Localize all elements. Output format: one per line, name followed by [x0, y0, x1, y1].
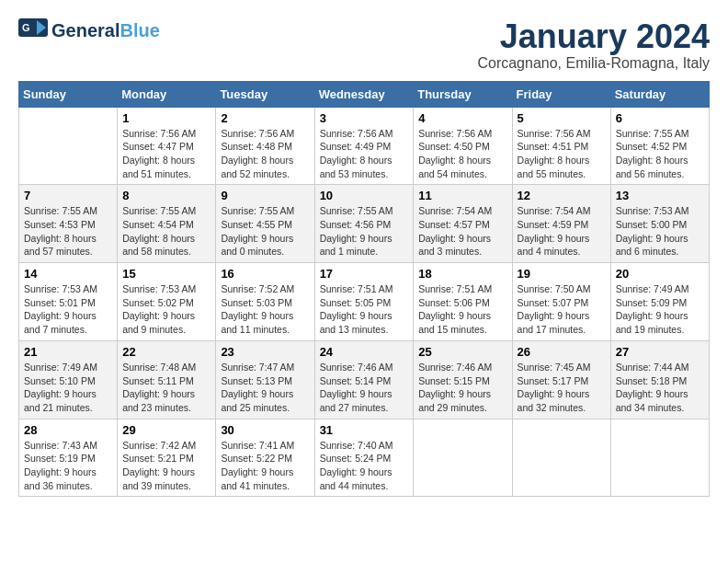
svg-text:G: G: [22, 22, 30, 33]
calendar-header: Sunday Monday Tuesday Wednesday Thursday…: [19, 81, 710, 107]
day-number: 7: [24, 189, 112, 202]
day-number: 31: [320, 423, 409, 437]
day-number: 23: [221, 345, 309, 359]
day-number: 13: [616, 189, 704, 202]
calendar-cell: [19, 107, 118, 185]
header-row: Sunday Monday Tuesday Wednesday Thursday…: [19, 81, 710, 107]
calendar-cell: [610, 419, 709, 497]
day-info: Sunrise: 7:56 AMSunset: 4:49 PMDaylight:…: [320, 127, 409, 181]
calendar-cell: 29 Sunrise: 7:42 AMSunset: 5:21 PMDaylig…: [118, 419, 216, 497]
calendar-cell: 2 Sunrise: 7:56 AMSunset: 4:48 PMDayligh…: [216, 107, 314, 185]
day-info: Sunrise: 7:46 AMSunset: 5:15 PMDaylight:…: [418, 361, 506, 415]
calendar-cell: 20 Sunrise: 7:49 AMSunset: 5:09 PMDaylig…: [610, 263, 709, 341]
calendar-cell: 1 Sunrise: 7:56 AMSunset: 4:47 PMDayligh…: [118, 107, 216, 185]
day-number: 21: [24, 345, 112, 359]
day-info: Sunrise: 7:56 AMSunset: 4:48 PMDaylight:…: [221, 127, 309, 181]
logo-icon: G: [18, 18, 48, 42]
day-info: Sunrise: 7:43 AMSunset: 5:19 PMDaylight:…: [24, 439, 112, 493]
day-info: Sunrise: 7:55 AMSunset: 4:53 PMDaylight:…: [24, 204, 112, 259]
day-number: 30: [221, 423, 309, 437]
day-info: Sunrise: 7:56 AMSunset: 4:47 PMDaylight:…: [122, 127, 210, 181]
calendar-cell: 22 Sunrise: 7:48 AMSunset: 5:11 PMDaylig…: [118, 340, 216, 419]
day-info: Sunrise: 7:44 AMSunset: 5:18 PMDaylight:…: [616, 361, 704, 415]
calendar-cell: 11 Sunrise: 7:54 AMSunset: 4:57 PMDaylig…: [414, 185, 512, 263]
calendar-cell: 25 Sunrise: 7:46 AMSunset: 5:15 PMDaylig…: [414, 340, 512, 419]
calendar-cell: 7 Sunrise: 7:55 AMSunset: 4:53 PMDayligh…: [19, 185, 118, 263]
day-info: Sunrise: 7:50 AMSunset: 5:07 PMDaylight:…: [518, 282, 606, 337]
calendar-cell: 30 Sunrise: 7:41 AMSunset: 5:22 PMDaylig…: [216, 419, 314, 497]
logo: G GeneralBlue: [18, 18, 160, 42]
calendar-week-5: 28 Sunrise: 7:43 AMSunset: 5:19 PMDaylig…: [19, 419, 710, 497]
day-info: Sunrise: 7:54 AMSunset: 4:59 PMDaylight:…: [518, 204, 606, 259]
day-info: Sunrise: 7:52 AMSunset: 5:03 PMDaylight:…: [221, 282, 309, 337]
day-number: 24: [320, 345, 409, 359]
day-info: Sunrise: 7:41 AMSunset: 5:22 PMDaylight:…: [221, 439, 309, 493]
calendar-cell: 17 Sunrise: 7:51 AMSunset: 5:05 PMDaylig…: [314, 263, 414, 341]
calendar-cell: 31 Sunrise: 7:40 AMSunset: 5:24 PMDaylig…: [314, 419, 414, 497]
calendar-cell: 10 Sunrise: 7:55 AMSunset: 4:56 PMDaylig…: [314, 185, 414, 263]
header-wednesday: Wednesday: [314, 81, 414, 107]
day-info: Sunrise: 7:48 AMSunset: 5:11 PMDaylight:…: [122, 361, 210, 415]
calendar-cell: 26 Sunrise: 7:45 AMSunset: 5:17 PMDaylig…: [512, 340, 610, 419]
header-friday: Friday: [512, 81, 610, 107]
day-number: 12: [518, 189, 606, 202]
day-number: 1: [122, 111, 210, 125]
calendar-table: Sunday Monday Tuesday Wednesday Thursday…: [18, 81, 710, 498]
day-info: Sunrise: 7:46 AMSunset: 5:14 PMDaylight:…: [320, 361, 409, 415]
day-number: 8: [122, 189, 210, 202]
day-info: Sunrise: 7:40 AMSunset: 5:24 PMDaylight:…: [320, 439, 409, 493]
calendar-cell: 4 Sunrise: 7:56 AMSunset: 4:50 PMDayligh…: [414, 107, 512, 185]
calendar-week-4: 21 Sunrise: 7:49 AMSunset: 5:10 PMDaylig…: [19, 340, 710, 419]
day-number: 2: [221, 111, 309, 125]
calendar-cell: [414, 419, 512, 497]
calendar-cell: 6 Sunrise: 7:55 AMSunset: 4:52 PMDayligh…: [610, 107, 709, 185]
day-number: 19: [518, 267, 606, 281]
location-title: Corcagnano, Emilia-Romagna, Italy: [477, 55, 710, 72]
header-tuesday: Tuesday: [216, 81, 314, 107]
header-thursday: Thursday: [414, 81, 512, 107]
day-number: 22: [122, 345, 210, 359]
day-info: Sunrise: 7:51 AMSunset: 5:06 PMDaylight:…: [418, 282, 506, 337]
calendar-cell: 15 Sunrise: 7:53 AMSunset: 5:02 PMDaylig…: [118, 263, 216, 341]
calendar-cell: [512, 419, 610, 497]
day-number: 6: [616, 111, 704, 125]
day-info: Sunrise: 7:49 AMSunset: 5:10 PMDaylight:…: [24, 361, 112, 415]
day-number: 17: [320, 267, 409, 281]
calendar-cell: 24 Sunrise: 7:46 AMSunset: 5:14 PMDaylig…: [314, 340, 414, 419]
calendar-body: 1 Sunrise: 7:56 AMSunset: 4:47 PMDayligh…: [19, 107, 710, 497]
day-info: Sunrise: 7:54 AMSunset: 4:57 PMDaylight:…: [418, 204, 506, 259]
day-number: 25: [418, 345, 506, 359]
day-info: Sunrise: 7:53 AMSunset: 5:00 PMDaylight:…: [616, 204, 704, 259]
calendar-cell: 13 Sunrise: 7:53 AMSunset: 5:00 PMDaylig…: [610, 185, 709, 263]
day-number: 15: [122, 267, 210, 281]
calendar-cell: 18 Sunrise: 7:51 AMSunset: 5:06 PMDaylig…: [414, 263, 512, 341]
month-title: January 2024: [477, 18, 710, 55]
day-number: 26: [518, 345, 606, 359]
header-sunday: Sunday: [19, 81, 118, 107]
calendar-cell: 3 Sunrise: 7:56 AMSunset: 4:49 PMDayligh…: [314, 107, 414, 185]
day-info: Sunrise: 7:49 AMSunset: 5:09 PMDaylight:…: [616, 282, 704, 337]
calendar-week-1: 1 Sunrise: 7:56 AMSunset: 4:47 PMDayligh…: [19, 107, 710, 185]
day-info: Sunrise: 7:51 AMSunset: 5:05 PMDaylight:…: [320, 282, 409, 337]
calendar-cell: 28 Sunrise: 7:43 AMSunset: 5:19 PMDaylig…: [19, 419, 118, 497]
calendar-cell: 27 Sunrise: 7:44 AMSunset: 5:18 PMDaylig…: [610, 340, 709, 419]
day-number: 29: [122, 423, 210, 437]
calendar-week-2: 7 Sunrise: 7:55 AMSunset: 4:53 PMDayligh…: [19, 185, 710, 263]
day-number: 10: [320, 189, 409, 202]
day-info: Sunrise: 7:55 AMSunset: 4:56 PMDaylight:…: [320, 204, 409, 259]
day-info: Sunrise: 7:56 AMSunset: 4:50 PMDaylight:…: [418, 127, 506, 181]
day-info: Sunrise: 7:45 AMSunset: 5:17 PMDaylight:…: [518, 361, 606, 415]
page-header: G GeneralBlue January 2024 Corcagnano, E…: [18, 18, 710, 72]
day-number: 14: [24, 267, 112, 281]
calendar-cell: 5 Sunrise: 7:56 AMSunset: 4:51 PMDayligh…: [512, 107, 610, 185]
logo-text: GeneralBlue: [51, 21, 160, 40]
calendar-cell: 14 Sunrise: 7:53 AMSunset: 5:01 PMDaylig…: [19, 263, 118, 341]
day-number: 11: [418, 189, 506, 202]
day-number: 4: [418, 111, 506, 125]
day-number: 5: [518, 111, 606, 125]
title-block: January 2024 Corcagnano, Emilia-Romagna,…: [477, 18, 710, 72]
day-info: Sunrise: 7:55 AMSunset: 4:54 PMDaylight:…: [122, 204, 210, 259]
day-info: Sunrise: 7:53 AMSunset: 5:01 PMDaylight:…: [24, 282, 112, 337]
day-number: 28: [24, 423, 112, 437]
day-number: 20: [616, 267, 704, 281]
